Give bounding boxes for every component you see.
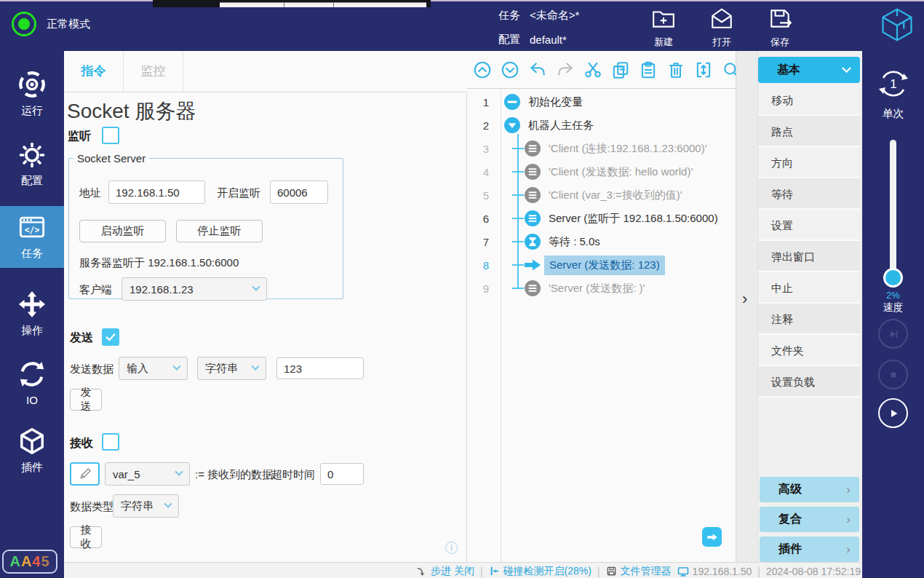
- send-checkbox[interactable]: [102, 328, 119, 346]
- command-item[interactable]: 中止: [758, 272, 860, 304]
- step-icon: [886, 327, 901, 341]
- file-manager-link[interactable]: 文件管理器: [606, 565, 672, 578]
- tree-row-label: 机器人主任务: [528, 119, 594, 132]
- chevron-down-icon: [172, 363, 180, 371]
- send-button[interactable]: 发送: [70, 389, 102, 411]
- save-button[interactable]: 保存: [754, 7, 806, 49]
- command-group-插件[interactable]: 插件›: [760, 537, 859, 562]
- tree-branch-line: [512, 241, 524, 242]
- sidebar-item-config[interactable]: 配置: [0, 140, 64, 189]
- plugin-icon: [18, 427, 46, 457]
- tree-row-6[interactable]: 6Server (监听于 192.168.1.50:6000): [467, 207, 736, 230]
- tree-row-label: Server (监听于 192.168.1.50:6000): [549, 212, 718, 226]
- receive-type-select[interactable]: 字符串: [113, 494, 179, 518]
- tree-row-1[interactable]: 1初始化变量: [467, 90, 736, 114]
- goto-selected-button[interactable]: [702, 527, 722, 547]
- client-label: 客户端: [79, 283, 112, 297]
- play-button[interactable]: [878, 398, 908, 428]
- step-button[interactable]: [878, 319, 908, 349]
- insert-icon[interactable]: [694, 60, 713, 79]
- sidebar-item-plugin[interactable]: 插件: [0, 427, 64, 475]
- minus-circle-icon: [503, 93, 521, 111]
- menu-circle-icon: [524, 163, 541, 181]
- server-status-text: 服务器监听于 192.168.1.50:6000: [79, 256, 239, 270]
- move-icon: [18, 290, 46, 320]
- tree-row-8[interactable]: 8Server (发送数据: 123): [467, 253, 736, 277]
- timeout-label: 超时时间: [271, 468, 315, 482]
- sidebar-item-io[interactable]: IO: [0, 359, 64, 407]
- speed-slider-thumb[interactable]: [883, 268, 903, 288]
- tree-row-7[interactable]: 7等待 : 5.0s: [467, 230, 736, 253]
- step-status[interactable]: 步进 关闭: [416, 565, 474, 578]
- client-select[interactable]: 192.168.1.23: [122, 277, 267, 301]
- sidebar-item-task[interactable]: </>任务: [0, 206, 64, 268]
- sidebar-item-operate[interactable]: 操作: [0, 290, 64, 338]
- send-data-input[interactable]: [276, 357, 364, 379]
- command-item[interactable]: 弹出窗口: [758, 241, 860, 272]
- robot-id-badge[interactable]: AA45: [2, 550, 57, 574]
- command-item[interactable]: 方向: [758, 147, 860, 178]
- run-sidebar: 1 单次 2% 速度: [862, 51, 924, 578]
- tree-row-label: 初始化变量: [528, 95, 583, 109]
- paste-icon[interactable]: [639, 60, 658, 79]
- stop-button[interactable]: [878, 360, 908, 389]
- panel-collapse-strip[interactable]: ›: [736, 51, 758, 562]
- address-input[interactable]: [108, 181, 205, 204]
- command-group-复合[interactable]: 复合›: [760, 507, 859, 532]
- collision-status[interactable]: 碰撞检测开启(28%): [489, 565, 592, 578]
- chevron-right-icon: ›: [846, 542, 851, 557]
- sidebar-item-run[interactable]: 运行: [0, 70, 64, 118]
- task-value: <未命名>*: [530, 9, 579, 23]
- command-item[interactable]: 设置负载: [758, 366, 860, 397]
- command-item[interactable]: 移动: [758, 84, 860, 116]
- config-label: 配置: [498, 33, 520, 47]
- tree-row-label: 'Client (var_3:=接收到的值)': [549, 189, 682, 202]
- speed-slider-track[interactable]: [890, 140, 896, 281]
- tab-monitor[interactable]: 监控: [124, 51, 183, 92]
- tree-row-4[interactable]: 4'Client (发送数据: hello world)': [467, 160, 736, 183]
- program-tree: 1初始化变量2机器人主任务3'Client (连接:192.168.1.23:6…: [467, 90, 736, 300]
- monitor-icon: [677, 566, 689, 577]
- expand-all-icon[interactable]: [501, 60, 519, 79]
- command-item[interactable]: 路点: [758, 116, 860, 147]
- stop-listen-button[interactable]: 停止监听: [176, 220, 263, 242]
- tree-row-9[interactable]: 9'Server (发送数据: )': [467, 277, 736, 300]
- start-listen-button[interactable]: 启动监听: [79, 220, 166, 242]
- command-group-高级[interactable]: 高级›: [760, 477, 859, 502]
- command-item[interactable]: 等待: [758, 178, 860, 210]
- save-icon: [768, 7, 792, 33]
- chevron-down-icon: [842, 63, 851, 73]
- new-button[interactable]: 新建: [637, 7, 690, 49]
- tree-row-2[interactable]: 2机器人主任务: [467, 114, 736, 137]
- single-run-icon[interactable]: 1: [877, 67, 910, 103]
- info-icon[interactable]: i: [445, 542, 458, 554]
- tree-row-5[interactable]: 5'Client (var_3:=接收到的值)': [467, 183, 736, 207]
- undo-icon[interactable]: [528, 60, 547, 79]
- tab-instruction[interactable]: 指令: [64, 51, 124, 92]
- tree-branch-line: [512, 218, 524, 219]
- arrow-right-icon: [524, 256, 541, 274]
- open-button[interactable]: 打开: [696, 7, 748, 49]
- delete-icon[interactable]: [666, 60, 685, 79]
- tree-toolbar: [467, 51, 736, 89]
- receive-var-select[interactable]: var_5: [105, 462, 190, 486]
- copy-icon[interactable]: [611, 60, 630, 79]
- listen-checkbox[interactable]: [102, 127, 119, 144]
- command-item[interactable]: 设置: [758, 210, 860, 241]
- menu-circle-icon: [524, 140, 541, 157]
- tree-row-3[interactable]: 3'Client (连接:192.168.1.23:6000)': [467, 137, 736, 160]
- edit-variable-button[interactable]: [70, 462, 100, 486]
- gear-icon: [19, 142, 45, 170]
- floppy-icon: [606, 566, 617, 577]
- collapse-all-icon[interactable]: [473, 60, 492, 79]
- timeout-input[interactable]: [320, 463, 364, 485]
- receive-checkbox[interactable]: [102, 433, 119, 451]
- command-item[interactable]: 文件夹: [758, 335, 860, 366]
- port-input[interactable]: [270, 181, 328, 204]
- send-type-select[interactable]: 字符串: [197, 357, 266, 380]
- send-source-select[interactable]: 输入: [119, 357, 188, 380]
- command-item[interactable]: 注释: [758, 304, 860, 335]
- receive-button[interactable]: 接收: [70, 526, 102, 548]
- cut-icon[interactable]: [584, 60, 602, 79]
- command-group-basic[interactable]: 基本: [758, 57, 860, 83]
